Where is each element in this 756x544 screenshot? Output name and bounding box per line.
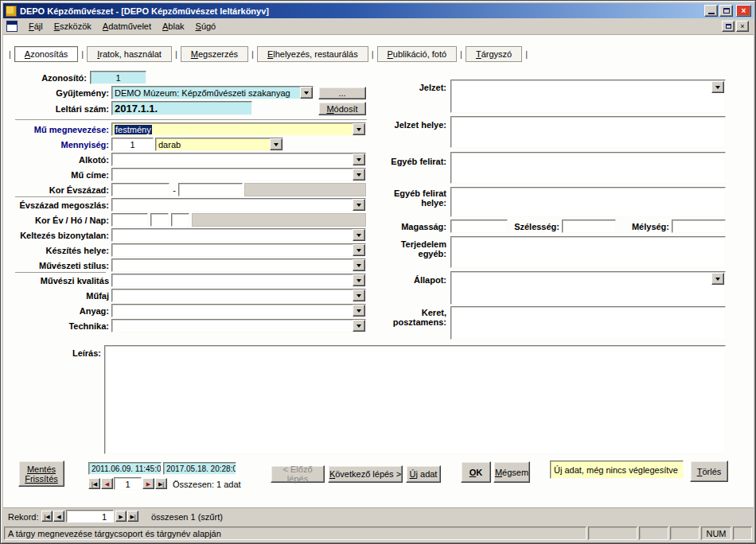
keltezes-bizonytalan-combo[interactable] <box>111 228 366 242</box>
kor-nap-field[interactable] <box>171 213 189 227</box>
label-muveszi-kvalitas: Művészi kvalitás <box>7 276 109 286</box>
mu-cime-dropdown-button[interactable] <box>353 169 365 181</box>
record-first-button[interactable]: |◀ <box>41 511 53 522</box>
technika-combo[interactable] <box>111 319 366 332</box>
label-keret-posztamens: Keret, posztamens: <box>375 308 446 327</box>
mentes-label: Mentés <box>27 464 56 474</box>
gyujtemeny-dropdown-button[interactable] <box>300 87 313 99</box>
mu-megnevezese-combo[interactable]: festmény <box>111 122 366 136</box>
szelesseg-field[interactable] <box>562 220 616 233</box>
muveszeti-stilus-dropdown-button[interactable] <box>353 259 365 271</box>
child-window-icon[interactable] <box>6 21 18 32</box>
minimize-button[interactable] <box>704 5 718 17</box>
tab-targyszo[interactable]: Tárgyszó <box>466 46 522 62</box>
ok-button[interactable]: OK <box>461 461 491 483</box>
label-keszites-helye: Készítés helye: <box>7 246 109 255</box>
mu-cime-combo[interactable] <box>111 168 366 181</box>
leltari-szam-field[interactable]: 2017.1.1. <box>111 101 252 115</box>
keszites-helye-dropdown-button[interactable] <box>353 244 365 256</box>
child-restore-button[interactable] <box>722 21 735 32</box>
muveszi-kvalitas-dropdown-button[interactable] <box>353 274 365 286</box>
azonosito-field[interactable]: 1 <box>90 71 146 84</box>
menu-ablak[interactable]: Ablak <box>157 19 190 33</box>
technika-dropdown-button[interactable] <box>353 320 365 332</box>
egyeb-felirat-memo[interactable] <box>450 152 726 184</box>
close-button[interactable]: × <box>736 5 751 17</box>
evszazad-megoszlas-dropdown-button[interactable] <box>353 199 365 211</box>
kor-ev-field[interactable] <box>111 213 148 227</box>
melyseg-field[interactable] <box>672 220 726 233</box>
keret-posztamens-memo[interactable] <box>450 306 726 340</box>
tab-elhelyezes-restauralas[interactable]: Elhelyezés, restaurálás <box>257 46 368 62</box>
mennyiseg-field[interactable]: 1 <box>111 138 154 151</box>
nav-page-field[interactable]: 1 <box>114 477 142 490</box>
allapot-dropdown-button[interactable] <box>711 273 724 285</box>
window-controls: × <box>704 5 751 17</box>
evszazad-megoszlas-value <box>112 199 353 211</box>
keltezes-bizonytalan-dropdown-button[interactable] <box>353 229 365 241</box>
record-number-field[interactable]: 1 <box>66 510 114 523</box>
label-azonosito: Azonosító: <box>7 73 87 83</box>
label-muveszeti-stilus: Művészeti stílus: <box>7 261 109 270</box>
anyag-dropdown-button[interactable] <box>353 305 365 317</box>
uj-adat-button[interactable]: Új adat <box>406 465 441 483</box>
magassag-field[interactable] <box>450 220 508 233</box>
mufaj-dropdown-button[interactable] <box>353 289 365 301</box>
status-panel <box>588 527 637 540</box>
tab-iratok-hasznalat[interactable]: Iratok, használat <box>87 46 172 62</box>
muveszeti-stilus-combo[interactable] <box>111 258 366 272</box>
mennyiseg-unit-combo[interactable]: darab <box>155 138 283 151</box>
tab-publikacio-foto[interactable]: Publikáció, fotó <box>377 46 458 62</box>
menu-sugo[interactable]: Súgó <box>190 19 222 33</box>
kor-evszazad-from-field[interactable] <box>111 183 170 196</box>
child-close-button[interactable]: × <box>736 21 749 32</box>
nav-last-button[interactable]: ▶| <box>155 478 167 489</box>
jelzet-helye-memo[interactable] <box>450 116 726 148</box>
chevron-down-icon <box>357 294 361 297</box>
gyujtemeny-browse-button[interactable]: ... <box>318 87 366 99</box>
alkoto-value <box>112 153 353 165</box>
mu-megnevezese-dropdown-button[interactable] <box>353 123 365 135</box>
keszites-helye-combo[interactable] <box>111 243 366 257</box>
alkoto-dropdown-button[interactable] <box>353 153 365 165</box>
evszazad-megoszlas-combo[interactable] <box>111 198 366 212</box>
nav-next-button[interactable]: ▶ <box>142 478 154 489</box>
tab-azonositas[interactable]: Azonosítás <box>14 46 78 62</box>
title-bar[interactable]: DEPO Képzőművészet - [DEPO Képzőművészet… <box>3 3 754 18</box>
tab-megszerzes[interactable]: Megszerzés <box>181 46 248 62</box>
mufaj-combo[interactable] <box>111 289 366 302</box>
kor-evszazad-to-field[interactable] <box>178 183 243 196</box>
created-timestamp: 2011.06.09. 11:45:07 <box>88 462 162 475</box>
mennyiseg-unit-dropdown-button[interactable] <box>270 138 283 150</box>
modosit-button[interactable]: Módosít <box>318 102 366 115</box>
restore-button[interactable] <box>719 5 733 17</box>
status-message-box: Új adat, még nincs véglegesítve <box>550 460 684 479</box>
alkoto-combo[interactable] <box>111 153 366 166</box>
record-last-button[interactable]: ▶| <box>127 511 138 522</box>
jelzet-memo[interactable] <box>450 80 726 113</box>
menu-fajl[interactable]: Fájl <box>23 19 49 33</box>
allapot-memo[interactable] <box>450 271 726 305</box>
egyeb-felirat-helye-memo[interactable] <box>450 187 726 217</box>
menu-eszkozok[interactable]: Eszközök <box>49 19 97 33</box>
anyag-combo[interactable] <box>111 304 366 317</box>
tab-separator: | <box>81 49 84 59</box>
torles-button[interactable]: Törlés <box>690 460 728 482</box>
nav-first-button[interactable]: |◀ <box>88 478 100 489</box>
label-szelesseg: Szélesség: <box>510 222 559 231</box>
nav-prev-button[interactable]: ◀ <box>101 478 113 489</box>
megsem-button[interactable]: Mégsem <box>493 461 530 483</box>
mentes-frissites-button[interactable]: Mentés Frissítés <box>18 460 64 487</box>
menu-adatmuvelet[interactable]: Adatművelet <box>97 19 157 33</box>
muveszi-kvalitas-combo[interactable] <box>111 274 366 287</box>
jelzet-dropdown-button[interactable] <box>711 81 724 93</box>
muveszi-kvalitas-value <box>112 274 353 286</box>
terjedelem-egyeb-memo[interactable] <box>450 236 726 268</box>
kovetkezo-lepes-button[interactable]: Következő lépés > <box>328 465 403 483</box>
kor-ho-field[interactable] <box>150 213 169 227</box>
leiras-memo[interactable] <box>104 345 726 454</box>
record-next-button[interactable]: ▶ <box>115 511 127 522</box>
tab-separator: | <box>175 49 177 59</box>
record-prev-button[interactable]: ◀ <box>53 511 64 522</box>
gyujtemeny-combo[interactable]: DEMO Múzeum: Képzőművészeti szakanyag <box>111 86 314 99</box>
